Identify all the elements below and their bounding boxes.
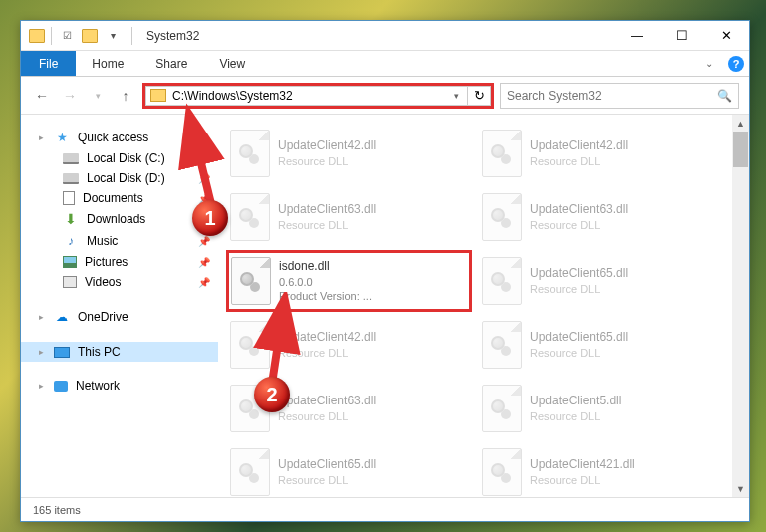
sidebar-label: Downloads (87, 212, 145, 226)
file-info: UpdateClient42.dllResource DLL (278, 138, 376, 168)
file-item[interactable]: UpdateClient65.dllResource DLL (478, 314, 724, 376)
divider (131, 27, 132, 45)
sidebar-label: Local Disk (C:) (87, 151, 165, 165)
file-name: isdone.dll (279, 259, 372, 275)
sidebar-this-pc[interactable]: This PC (21, 342, 218, 362)
ribbon-collapse-icon[interactable]: ⌄ (705, 58, 713, 69)
qat-separator (51, 27, 52, 45)
file-info: isdone.dll0.6.0.0Product Version: ... (279, 259, 372, 303)
search-input[interactable] (507, 89, 717, 103)
file-subtitle: 0.6.0.0 (279, 275, 372, 289)
scrollbar-vertical[interactable]: ▲ ▼ (732, 115, 749, 497)
minimize-button[interactable]: — (615, 21, 659, 51)
sidebar-item-videos[interactable]: Videos📌 (21, 272, 218, 292)
qat-newfolder-icon[interactable] (82, 29, 98, 43)
file-item[interactable]: UpdateClient5.dllResource DLL (478, 378, 724, 439)
nav-up-button[interactable]: ↑ (115, 85, 136, 107)
refresh-button[interactable]: ↻ (467, 86, 491, 106)
sidebar-quick-access[interactable]: ★ Quick access (21, 127, 218, 148)
file-name: UpdateClient63.dll (530, 202, 628, 218)
pin-icon: 📌 (198, 153, 210, 164)
sidebar-item-pictures[interactable]: Pictures📌 (21, 252, 218, 272)
maximize-button[interactable]: ☐ (659, 21, 704, 51)
file-item[interactable]: UpdateClient63.dllResource DLL (226, 186, 472, 248)
file-grid: UpdateClient42.dllResource DLLUpdateClie… (218, 115, 732, 497)
file-item[interactable]: UpdateClient65.dllResource DLL (226, 441, 472, 497)
file-name: UpdateClient65.dll (530, 330, 628, 346)
search-box[interactable]: 🔍 (500, 83, 739, 109)
file-info: UpdateClient421.dllResource DLL (530, 457, 635, 487)
sidebar-item-local-c[interactable]: Local Disk (C:)📌 (21, 148, 218, 168)
pin-icon: 📌 (198, 257, 210, 268)
qat-properties-icon[interactable]: ☑ (58, 27, 76, 45)
nav-recent-dropdown[interactable]: ▾ (87, 85, 109, 107)
dll-file-icon (230, 321, 270, 369)
file-info: UpdateClient63.dllResource DLL (530, 202, 628, 232)
tab-file[interactable]: File (21, 51, 76, 76)
file-item[interactable]: UpdateClient421.dllResource DLL (478, 441, 724, 497)
file-info: UpdateClient65.dllResource DLL (530, 266, 628, 296)
file-name: UpdateClient63.dll (278, 202, 376, 218)
download-icon: ⬇ (63, 211, 79, 227)
tab-share[interactable]: Share (139, 51, 203, 76)
tab-home[interactable]: Home (76, 51, 139, 76)
ribbon-tabs: File Home Share View ⌄ ? (21, 51, 749, 77)
tab-view[interactable]: View (203, 51, 261, 76)
content-area: ★ Quick access Local Disk (C:)📌 Local Di… (21, 115, 749, 497)
dll-file-icon (482, 321, 522, 369)
sidebar-item-downloads[interactable]: ⬇Downloads📌 (21, 208, 218, 230)
nav-forward-button[interactable]: → (59, 85, 81, 107)
sidebar-item-local-d[interactable]: Local Disk (D:)📌 (21, 168, 218, 188)
file-item[interactable]: UpdateClient63.dllResource DLL (478, 186, 724, 248)
sidebar-network[interactable]: Network (21, 376, 218, 396)
help-button[interactable]: ? (723, 51, 749, 76)
dll-file-icon (482, 130, 522, 177)
file-subtitle: Resource DLL (530, 282, 628, 296)
file-subtitle: Resource DLL (278, 409, 376, 423)
sidebar-label: Music (87, 234, 118, 248)
file-name: UpdateClient5.dll (530, 394, 621, 409)
drive-icon (63, 173, 79, 184)
sidebar-quick-access-label: Quick access (78, 131, 148, 144)
file-name: UpdateClient63.dll (278, 394, 376, 409)
path-dropdown-icon[interactable]: ▾ (450, 91, 463, 101)
file-info: UpdateClient42.dllResource DLL (278, 330, 376, 360)
scroll-thumb[interactable] (733, 132, 748, 167)
sidebar-label: Documents (83, 191, 143, 205)
sidebar-onedrive[interactable]: ☁OneDrive (21, 306, 218, 328)
sidebar-item-documents[interactable]: Documents📌 (21, 188, 218, 208)
file-subtitle: Resource DLL (278, 346, 376, 360)
file-item[interactable]: UpdateClient42.dllResource DLL (226, 123, 472, 184)
file-item[interactable]: UpdateClient42.dllResource DLL (226, 314, 472, 376)
file-subtitle: Resource DLL (278, 154, 376, 168)
document-icon (63, 191, 75, 205)
sidebar-item-music[interactable]: ♪Music📌 (21, 230, 218, 252)
file-subtitle: Resource DLL (530, 473, 635, 487)
file-subtitle: Resource DLL (530, 154, 628, 168)
close-button[interactable]: ✕ (704, 21, 749, 51)
annotation-badge-1: 1 (192, 200, 228, 236)
file-item[interactable]: UpdateClient65.dllResource DLL (478, 250, 724, 312)
file-item-isdone[interactable]: isdone.dll0.6.0.0Product Version: ... (226, 250, 472, 312)
dll-file-icon (230, 448, 270, 496)
path-input[interactable] (172, 89, 450, 103)
annotation-badge-2: 2 (254, 377, 290, 412)
file-subtitle: Resource DLL (530, 409, 621, 423)
address-bar-highlight: ▾ ↻ (142, 83, 494, 109)
file-subtitle2: Product Version: ... (279, 289, 372, 303)
qat-customize-icon[interactable]: ▾ (104, 27, 122, 45)
nav-back-button[interactable]: ← (31, 85, 53, 107)
file-name: UpdateClient42.dll (278, 330, 376, 346)
scroll-up-button[interactable]: ▲ (732, 115, 749, 132)
address-bar[interactable]: ▾ (145, 86, 467, 106)
scroll-down-button[interactable]: ▼ (732, 480, 749, 497)
file-item[interactable]: UpdateClient42.dllResource DLL (478, 123, 724, 184)
folder-icon (29, 29, 45, 43)
videos-icon (63, 276, 77, 288)
explorer-window: ☑ ▾ System32 — ☐ ✕ File Home Share View … (20, 20, 750, 522)
address-bar-row: ← → ▾ ↑ ▾ ↻ 🔍 (21, 77, 749, 115)
sidebar-label: Videos (85, 275, 121, 289)
file-name: UpdateClient421.dll (530, 457, 635, 473)
file-info: UpdateClient63.dllResource DLL (278, 202, 376, 232)
help-icon: ? (728, 56, 744, 72)
